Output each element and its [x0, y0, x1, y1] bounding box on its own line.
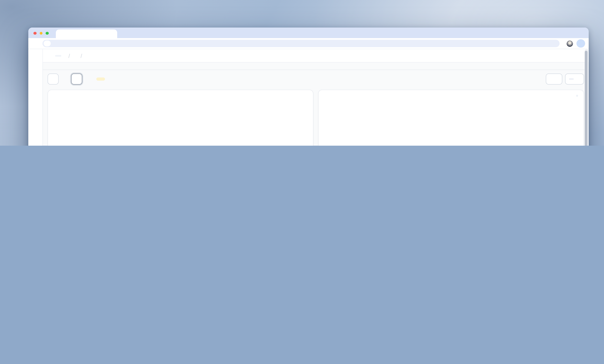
- object-filter-select[interactable]: [546, 74, 562, 85]
- breadcrumb-separator: /: [68, 52, 70, 59]
- profile-avatar[interactable]: [567, 40, 573, 47]
- minimize-window-button[interactable]: [39, 32, 42, 35]
- security-chip[interactable]: [44, 41, 51, 47]
- statistics-card: [48, 90, 314, 146]
- score2-select[interactable]: [71, 74, 82, 85]
- trend-card: [318, 90, 584, 146]
- scrollbar-thumb[interactable]: [585, 51, 588, 146]
- chrome-update-button[interactable]: [577, 39, 585, 48]
- trend-line-chart: [324, 100, 578, 146]
- timeframe-short: [569, 78, 574, 80]
- browser-tab[interactable]: [56, 30, 117, 38]
- remove-score2-button[interactable]: [85, 75, 92, 83]
- desktop-background: / /: [0, 0, 604, 146]
- trend-view-segmented-control: [576, 95, 578, 97]
- plan-badge[interactable]: [55, 55, 61, 56]
- browser-tab-bar: [28, 27, 589, 38]
- sidebar-rail: [28, 49, 43, 146]
- filter-row: [43, 70, 589, 86]
- main-content: / /: [43, 49, 589, 146]
- app-header: / /: [43, 49, 589, 63]
- browser-toolbar: [28, 38, 589, 49]
- beta-feature-badge: [96, 77, 105, 81]
- app-area: / /: [28, 49, 589, 146]
- scrollbar-track: [585, 49, 588, 146]
- remove-score1-button[interactable]: [61, 75, 68, 83]
- window-controls: [28, 32, 54, 38]
- url-bar[interactable]: [42, 40, 560, 47]
- close-window-button[interactable]: [34, 32, 37, 35]
- timeframe-select[interactable]: [565, 74, 584, 85]
- browser-window: / /: [28, 27, 589, 146]
- maximize-window-button[interactable]: [46, 32, 49, 35]
- breadcrumb-separator: /: [81, 52, 82, 59]
- score1-select[interactable]: [48, 74, 59, 85]
